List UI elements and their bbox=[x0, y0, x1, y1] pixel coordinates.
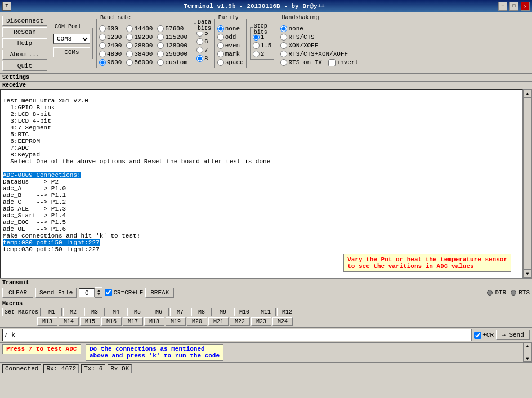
invert-checkbox[interactable] bbox=[328, 59, 336, 66]
baud-28800[interactable]: 28800 bbox=[126, 42, 153, 50]
macro-m22[interactable]: M22 bbox=[230, 317, 250, 326]
rescan-button[interactable]: ReScan bbox=[2, 27, 47, 37]
coms-button[interactable]: COMs bbox=[53, 47, 90, 57]
baud-9600[interactable]: 9600 bbox=[99, 59, 122, 66]
input-field[interactable] bbox=[2, 329, 472, 341]
bottom-tooltip-area: Press 7 to test ADC Do the connections a… bbox=[0, 343, 532, 363]
clear-button[interactable]: CLEAR bbox=[2, 288, 33, 298]
macro-m10[interactable]: M10 bbox=[234, 308, 254, 316]
macro-m16[interactable]: M16 bbox=[101, 317, 122, 326]
send-file-button[interactable]: Send File bbox=[35, 288, 77, 298]
parity-space[interactable]: space bbox=[217, 59, 244, 66]
macro-m23[interactable]: M23 bbox=[251, 317, 271, 326]
macro-m12[interactable]: M12 bbox=[277, 308, 297, 316]
macro-m7[interactable]: M7 bbox=[170, 308, 190, 316]
action-buttons: Disconnect ReScan Help About... Quit bbox=[2, 16, 47, 71]
baud-1200[interactable]: 1200 bbox=[99, 33, 122, 41]
rx-ok-label: Rx OK bbox=[110, 365, 129, 372]
scroll-down-icon[interactable]: ▼ bbox=[526, 356, 529, 361]
parity-even[interactable]: even bbox=[217, 42, 244, 50]
macro-m14[interactable]: M14 bbox=[59, 317, 79, 326]
plus-cr-text: +CR bbox=[482, 332, 494, 338]
receive-scrollbar[interactable]: ▲ ▼ bbox=[523, 89, 532, 278]
baud-115200[interactable]: 115200 bbox=[157, 33, 187, 41]
transmit-value-input[interactable] bbox=[79, 288, 95, 297]
scroll-up-icon[interactable]: ▲ bbox=[526, 343, 529, 348]
macro-m5[interactable]: M5 bbox=[127, 308, 147, 316]
macro-m20[interactable]: M20 bbox=[187, 317, 207, 326]
minimize-button[interactable]: − bbox=[498, 2, 507, 11]
databits-6[interactable]: 6 bbox=[196, 38, 208, 46]
receive-section: Receive Test menu Utra x51 v2.0 1:GPIO B… bbox=[0, 82, 532, 279]
receive-label: Receive bbox=[0, 82, 532, 89]
macro-m8[interactable]: M8 bbox=[191, 308, 212, 316]
macro-m13[interactable]: M13 bbox=[37, 317, 57, 326]
handshake-rts-on-tx[interactable]: RTS on TX invert bbox=[280, 59, 359, 66]
tooltip-adc: Vary the Pot or heat the temperature sen… bbox=[343, 254, 511, 272]
spinner-arrows[interactable]: ▲ ▼ bbox=[95, 287, 102, 298]
handshake-rtscts[interactable]: RTS/CTS bbox=[280, 33, 359, 41]
stopbits-1.5[interactable]: 1.5 bbox=[253, 42, 272, 50]
plus-cr-label[interactable]: +CR bbox=[474, 332, 494, 339]
right-scrollbar[interactable]: ▲ ▼ bbox=[523, 343, 532, 362]
macro-m9[interactable]: M9 bbox=[213, 308, 233, 316]
parity-none[interactable]: none bbox=[217, 25, 244, 33]
macro-m4[interactable]: M4 bbox=[106, 308, 126, 316]
help-button[interactable]: Help bbox=[2, 38, 47, 48]
plus-cr-checkbox[interactable] bbox=[474, 332, 481, 339]
scroll-thumb[interactable] bbox=[524, 97, 531, 270]
rts-label: RTS bbox=[518, 289, 530, 296]
baud-14400[interactable]: 14400 bbox=[126, 25, 153, 33]
data-bits-group: Data bits 5 6 7 8 bbox=[194, 23, 211, 64]
baud-56000[interactable]: 56000 bbox=[126, 59, 153, 66]
baud-600[interactable]: 600 bbox=[99, 25, 122, 33]
parity-mark[interactable]: mark bbox=[217, 50, 244, 58]
set-macros-button[interactable]: Set Macros bbox=[2, 308, 41, 316]
macro-m19[interactable]: M19 bbox=[166, 317, 186, 326]
macro-m17[interactable]: M17 bbox=[123, 317, 143, 326]
transmit-value-spinner[interactable]: ▲ ▼ bbox=[79, 287, 102, 298]
databits-8[interactable]: 8 bbox=[196, 55, 208, 62]
macro-m2[interactable]: M2 bbox=[63, 308, 83, 316]
baud-19200[interactable]: 19200 bbox=[126, 33, 153, 41]
rx-counter: Rx: 4672 bbox=[43, 364, 79, 373]
macro-m24[interactable]: M24 bbox=[272, 317, 293, 326]
baud-2400[interactable]: 2400 bbox=[99, 42, 122, 50]
cr-crlf-checkbox-label[interactable]: CR=CR+LF bbox=[105, 289, 143, 296]
databits-7[interactable]: 7 bbox=[196, 46, 208, 54]
macro-m1[interactable]: M1 bbox=[42, 308, 62, 316]
close-button[interactable]: ✕ bbox=[521, 2, 530, 11]
disconnect-button[interactable]: Disconnect bbox=[2, 16, 47, 26]
quit-button[interactable]: Quit bbox=[2, 61, 47, 71]
handshake-rtscts-xonxoff[interactable]: RTS/CTS+XON/XOFF bbox=[280, 50, 359, 58]
com-port-select[interactable]: COM3 bbox=[53, 34, 90, 44]
stop-bits-label: Stop bits bbox=[253, 23, 274, 35]
baud-38400[interactable]: 38400 bbox=[126, 50, 153, 58]
scroll-up-btn[interactable]: ▲ bbox=[524, 90, 531, 97]
receive-textarea[interactable]: Test menu Utra x51 v2.0 1:GPIO Blink 2:L… bbox=[0, 89, 523, 278]
baud-57600[interactable]: 57600 bbox=[157, 25, 187, 33]
macro-m18[interactable]: M18 bbox=[144, 317, 164, 326]
maximize-button[interactable]: □ bbox=[509, 2, 518, 11]
macro-m11[interactable]: M11 bbox=[256, 308, 276, 316]
stopbits-2[interactable]: 2 bbox=[253, 50, 272, 58]
scroll-down-btn[interactable]: ▼ bbox=[524, 270, 531, 278]
input-row: +CR → Send bbox=[0, 328, 532, 343]
macro-m6[interactable]: M6 bbox=[149, 308, 169, 316]
baud-256000[interactable]: 256000 bbox=[157, 50, 187, 58]
macro-m15[interactable]: M15 bbox=[80, 317, 100, 326]
macro-m21[interactable]: M21 bbox=[208, 317, 229, 326]
cr-crlf-checkbox[interactable] bbox=[105, 289, 112, 296]
baud-custom[interactable]: custom bbox=[157, 59, 187, 66]
data-bits-label: Data bits bbox=[196, 19, 212, 32]
handshake-xonxoff[interactable]: XON/XOFF bbox=[280, 42, 359, 50]
about-button[interactable]: About... bbox=[2, 50, 47, 60]
tx-counter: Tx: 6 bbox=[81, 364, 105, 373]
send-button[interactable]: → Send bbox=[496, 330, 530, 340]
break-button[interactable]: BREAK bbox=[145, 288, 174, 298]
parity-odd[interactable]: odd bbox=[217, 33, 244, 41]
baud-4800[interactable]: 4800 bbox=[99, 50, 122, 58]
macro-m3[interactable]: M3 bbox=[84, 308, 105, 316]
handshake-none[interactable]: none bbox=[280, 25, 359, 33]
baud-128000[interactable]: 128000 bbox=[157, 42, 187, 50]
